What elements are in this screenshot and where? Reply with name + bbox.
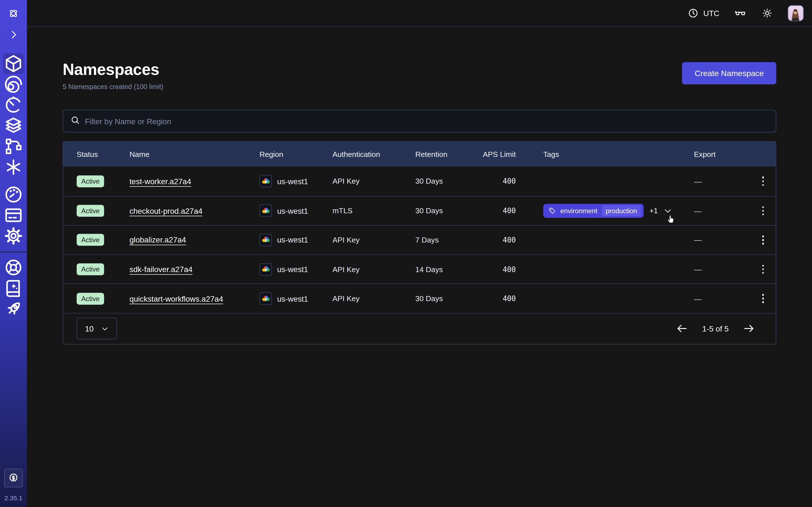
gcp-cloud-icon	[259, 263, 272, 276]
table-row[interactable]: Active quickstart-workflows.a27a4 us-wes…	[63, 284, 776, 313]
pagination-range: 1-5 of 5	[702, 325, 728, 333]
page-title: Namespaces	[63, 60, 776, 80]
prev-page-button[interactable]	[676, 323, 688, 335]
table-row[interactable]: Active globalizer.a27a4 us-west1	[63, 225, 776, 255]
table-footer: 10 1-5 of 5	[63, 313, 776, 344]
tag-icon	[548, 207, 556, 215]
gcp-cloud-icon	[259, 292, 272, 305]
namespaces-table: Status Name Region Authentication Retent…	[63, 141, 776, 344]
nav-graph-icon[interactable]	[3, 136, 24, 157]
main-content: Namespaces 5 Namespaces created (100 lim…	[27, 27, 812, 507]
filter-bar	[63, 110, 776, 132]
table-row[interactable]: Active sdk-failover.a27a4 us-west1	[63, 255, 776, 284]
aps-limit-value: 400	[477, 294, 516, 302]
region-label: us-west1	[277, 294, 308, 303]
sun-icon[interactable]	[761, 7, 773, 19]
nav-gear-icon[interactable]	[3, 226, 24, 246]
top-bar: UTC	[27, 0, 812, 27]
tag-pill[interactable]: environment production	[543, 204, 644, 218]
nav-layers-icon[interactable]	[3, 115, 24, 136]
status-badge: Active	[77, 234, 104, 246]
column-header-aps-limit: APS Limit	[477, 150, 516, 158]
tag-key: environment	[560, 207, 597, 215]
next-page-button[interactable]	[743, 323, 755, 335]
export-status: —	[694, 265, 751, 274]
timezone-selector[interactable]: UTC	[687, 7, 719, 19]
region-label: us-west1	[277, 177, 308, 186]
export-status: —	[694, 294, 751, 303]
column-header-export: Export	[694, 150, 751, 158]
retention-value: 30 Days	[415, 294, 477, 302]
namespace-link[interactable]: test-worker.a27a4	[130, 177, 191, 186]
nav-timer-icon[interactable]	[3, 95, 24, 115]
row-menu-kebab-icon[interactable]	[760, 233, 766, 247]
namespace-link[interactable]: quickstart-workflows.a27a4	[130, 294, 223, 303]
aps-limit-value: 400	[477, 177, 516, 185]
tags-more-count: +1	[650, 207, 658, 215]
retention-value: 7 Days	[415, 236, 477, 244]
status-badge: Active	[77, 293, 104, 304]
timezone-label: UTC	[703, 9, 719, 17]
temporal-logo-icon[interactable]	[7, 7, 20, 20]
aps-limit-value: 400	[477, 265, 516, 273]
namespace-link[interactable]: checkout-prod.a27a4	[130, 207, 202, 215]
row-menu-kebab-icon[interactable]	[760, 175, 766, 188]
namespace-link[interactable]: sdk-failover.a27a4	[130, 265, 193, 274]
tags-expand-chevron-icon[interactable]	[663, 207, 672, 215]
filter-input[interactable]	[85, 117, 768, 125]
gcp-cloud-icon	[259, 205, 272, 217]
nav-cube-icon[interactable]	[3, 53, 24, 74]
row-menu-kebab-icon[interactable]	[760, 204, 766, 217]
column-header-status: Status	[77, 150, 130, 158]
status-badge: Active	[77, 263, 104, 275]
nav-spiral-icon[interactable]	[3, 74, 24, 95]
status-badge: Active	[77, 175, 104, 187]
credits-button[interactable]	[4, 469, 23, 487]
nav-billing-card-icon[interactable]	[3, 205, 24, 225]
row-menu-kebab-icon[interactable]	[760, 292, 766, 305]
column-header-tags: Tags	[543, 150, 694, 158]
nav-asterisk-icon[interactable]	[3, 157, 24, 177]
export-status: —	[694, 177, 751, 186]
create-namespace-button[interactable]: Create Namespace	[682, 62, 776, 84]
auth-method: API Key	[333, 294, 415, 302]
aps-limit-value: 400	[477, 207, 516, 215]
auth-method: API Key	[333, 177, 415, 185]
column-header-retention: Retention	[415, 150, 477, 158]
region-label: us-west1	[277, 265, 308, 274]
aps-limit-value: 400	[477, 236, 516, 244]
nav-rocket-icon[interactable]	[3, 298, 24, 319]
tag-value: production	[601, 205, 641, 216]
expand-chevron-icon[interactable]	[7, 29, 20, 41]
region-label: us-west1	[277, 236, 308, 244]
retention-value: 14 Days	[415, 265, 477, 273]
sidebar-divider	[0, 251, 27, 252]
namespace-link[interactable]: globalizer.a27a4	[130, 236, 186, 244]
page-size-select[interactable]: 10	[77, 318, 117, 340]
gcp-cloud-icon	[259, 234, 272, 246]
gcp-cloud-icon	[259, 175, 272, 187]
table-body: Active test-worker.a27a4 us-west1	[63, 166, 776, 313]
row-menu-kebab-icon[interactable]	[760, 263, 766, 276]
sidebar-footer: 2.35.1	[4, 469, 23, 507]
auth-method: mTLS	[333, 207, 415, 215]
auth-method: API Key	[333, 265, 415, 273]
nav-book-sparkle-icon[interactable]	[3, 278, 24, 298]
sidebar: 2.35.1	[0, 0, 27, 507]
clock-icon	[687, 7, 699, 19]
column-header-name: Name	[130, 150, 259, 158]
column-header-authentication: Authentication	[333, 150, 415, 158]
nav-gauge-icon[interactable]	[3, 184, 24, 205]
page-size-value: 10	[85, 325, 94, 333]
page-subtitle: 5 Namespaces created (100 limit)	[63, 83, 776, 91]
table-row[interactable]: Active test-worker.a27a4 us-west1	[63, 166, 776, 196]
tags-group: environment production +1	[543, 204, 694, 218]
table-row[interactable]: Active checkout-prod.a27a4 us-west1	[63, 196, 776, 225]
user-avatar[interactable]	[788, 5, 804, 21]
search-icon	[70, 115, 80, 127]
auth-method: API Key	[333, 236, 415, 244]
glasses-icon[interactable]	[734, 7, 746, 19]
status-badge: Active	[77, 205, 104, 217]
nav-ship-wheel-icon[interactable]	[3, 257, 24, 278]
version-label: 2.35.1	[4, 495, 22, 502]
